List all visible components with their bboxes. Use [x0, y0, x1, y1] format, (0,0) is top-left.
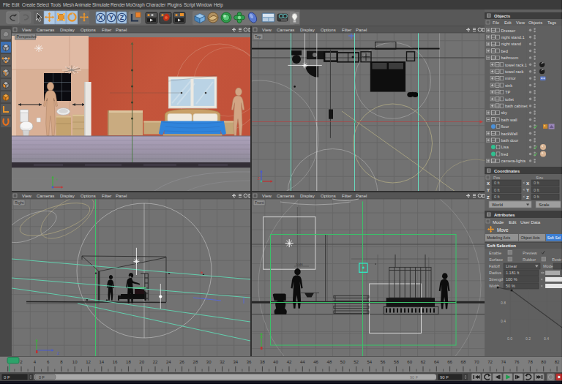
svg-text:Rubber: Rubber	[523, 257, 536, 262]
svg-text:54: 54	[367, 360, 372, 364]
svg-text:X: X	[526, 181, 529, 186]
svg-text:74: 74	[501, 360, 506, 364]
svg-text:Size: Size	[536, 176, 543, 180]
svg-text:Strength: Strength	[489, 277, 504, 282]
svg-text:Filter: Filter	[102, 28, 111, 32]
svg-text:0.4: 0.4	[501, 319, 506, 323]
svg-text:70: 70	[474, 360, 479, 364]
svg-text:fred: fred	[501, 152, 509, 157]
svg-text:0.8: 0.8	[501, 301, 506, 305]
svg-text:30: 30	[206, 360, 212, 364]
svg-text:Y: Y	[526, 188, 529, 192]
svg-text:Y: Y	[487, 188, 490, 192]
svg-text:18: 18	[126, 360, 131, 364]
svg-text:64: 64	[434, 360, 439, 364]
svg-text:View: View	[516, 20, 526, 25]
svg-text:mirror: mirror	[505, 76, 516, 80]
svg-text:sky: sky	[501, 110, 508, 115]
svg-text:50 %: 50 %	[506, 284, 515, 288]
svg-text:Right: Right	[15, 200, 24, 205]
svg-text:0.2: 0.2	[526, 336, 531, 341]
svg-text:Surface: Surface	[489, 257, 503, 262]
svg-text:0 F: 0 F	[4, 375, 10, 380]
svg-text:Scale: Scale	[539, 203, 550, 207]
svg-text:26: 26	[179, 360, 184, 364]
svg-text:Mode: Mode	[493, 220, 504, 225]
svg-text:Preview: Preview	[523, 251, 537, 255]
svg-text:10: 10	[72, 360, 78, 364]
svg-text:68: 68	[461, 360, 466, 364]
svg-text:Panel: Panel	[116, 194, 127, 198]
svg-text:Y: Y	[109, 14, 113, 21]
svg-text:Filter: Filter	[342, 194, 351, 198]
svg-text:56: 56	[381, 360, 386, 364]
svg-text:Filter: Filter	[102, 194, 111, 198]
svg-text:Lisa: Lisa	[501, 145, 509, 149]
svg-text:36: 36	[247, 360, 252, 364]
svg-text:View: View	[22, 28, 32, 32]
svg-text:Perspective: Perspective	[17, 34, 37, 39]
svg-text:Enable: Enable	[489, 251, 501, 255]
svg-text:38: 38	[260, 360, 265, 364]
svg-text:Z: Z	[258, 177, 260, 181]
svg-text:0 ft: 0 ft	[534, 195, 539, 199]
svg-text:Modeling Axis: Modeling Axis	[487, 235, 510, 240]
svg-text:Z: Z	[57, 352, 59, 355]
svg-text:Object Axis: Object Axis	[521, 235, 540, 240]
svg-text:Mode: Mode	[543, 264, 553, 268]
svg-text:20: 20	[139, 360, 144, 364]
svg-text:bath door: bath door	[501, 138, 519, 143]
svg-text:Dresser: Dresser	[501, 29, 516, 33]
svg-text:Objects: Objects	[494, 14, 511, 18]
svg-text:50: 50	[340, 360, 345, 364]
svg-text:Panel: Panel	[116, 28, 127, 32]
svg-text:Radius: Radius	[489, 271, 501, 275]
svg-text:Cameras: Cameras	[37, 28, 54, 32]
svg-text:User Data: User Data	[520, 220, 541, 225]
svg-text:76: 76	[515, 360, 520, 364]
svg-text:0 ft: 0 ft	[494, 195, 500, 199]
svg-text:World: World	[492, 203, 503, 207]
svg-text:Edit: Edit	[504, 20, 512, 25]
svg-text:Cameras: Cameras	[37, 194, 54, 198]
svg-text:48: 48	[327, 360, 332, 364]
svg-text:Display: Display	[60, 194, 75, 198]
svg-text:Top: Top	[255, 34, 261, 39]
svg-text:1046: 1046	[296, 263, 303, 266]
svg-text:40: 40	[273, 360, 278, 364]
svg-text:0 ft: 0 ft	[494, 181, 500, 185]
svg-text:Coordinates: Coordinates	[494, 169, 520, 173]
svg-text:1.181 ft: 1.181 ft	[506, 271, 520, 275]
svg-text:100 %: 100 %	[506, 277, 517, 282]
svg-text:sink: sink	[505, 83, 512, 88]
svg-text:0 F: 0 F	[39, 375, 45, 380]
svg-text:Filter: Filter	[342, 28, 351, 32]
svg-text:0.4: 0.4	[544, 336, 549, 341]
svg-text:backWall: backWall	[501, 132, 517, 136]
svg-text:0 ft: 0 ft	[534, 188, 539, 192]
svg-text:bath cabinet: bath cabinet	[505, 104, 528, 108]
svg-text:toilet: toilet	[505, 97, 514, 102]
svg-text:24: 24	[166, 360, 171, 364]
svg-text:Options: Options	[81, 28, 96, 32]
svg-text:12: 12	[86, 360, 91, 364]
svg-text:View: View	[22, 194, 32, 198]
svg-text:bath wall: bath wall	[501, 118, 517, 122]
svg-text:View: View	[262, 194, 272, 198]
svg-text:Edit: Edit	[509, 220, 517, 225]
svg-text:floor: floor	[501, 124, 509, 129]
svg-text:60: 60	[407, 360, 412, 364]
svg-text:towel rack: towel rack	[505, 69, 523, 74]
svg-text:Soft Sel: Soft Sel	[548, 235, 561, 240]
svg-text:Z: Z	[120, 14, 124, 21]
svg-text:52: 52	[354, 360, 359, 364]
svg-text:Tags: Tags	[548, 20, 556, 25]
svg-text:camera-lights: camera-lights	[501, 159, 526, 163]
svg-text:16: 16	[113, 360, 118, 364]
svg-text:72: 72	[487, 360, 493, 364]
svg-text:28: 28	[193, 360, 198, 364]
svg-text:Soft Selection: Soft Selection	[487, 244, 516, 248]
svg-text:night stand: night stand	[501, 42, 521, 46]
svg-text:0 ft: 0 ft	[494, 188, 500, 192]
svg-text:Restr: Restr	[552, 257, 561, 262]
